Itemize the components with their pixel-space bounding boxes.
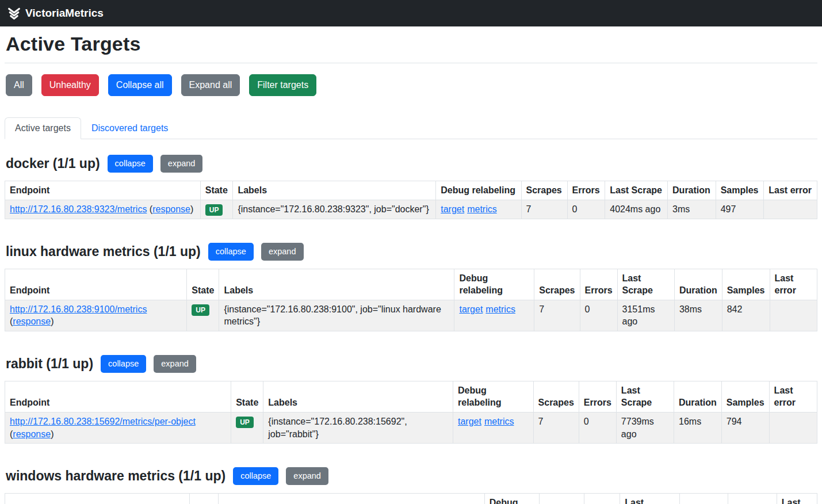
- col-endpoint: Endpoint: [5, 381, 231, 412]
- debug-target-link[interactable]: target: [441, 204, 464, 214]
- col-debug-relabeling: Debug relabeling: [453, 381, 534, 412]
- state-cell: UP: [187, 300, 219, 331]
- debug-metrics-link[interactable]: metrics: [484, 417, 514, 426]
- expand-button[interactable]: expand: [261, 243, 304, 261]
- job-section-linux-hardware-metrics: linux hardware metrics (1/1 up) collapse…: [5, 243, 817, 331]
- collapse-button[interactable]: collapse: [101, 355, 146, 373]
- table-header-row: Endpoint State Labels Debug relabeling S…: [5, 494, 817, 504]
- job-header: linux hardware metrics (1/1 up) collapse…: [6, 243, 816, 261]
- duration-cell: 16ms: [674, 413, 722, 444]
- debug-target-link[interactable]: target: [458, 417, 481, 426]
- col-labels: Labels: [233, 181, 436, 200]
- col-scrapes: Scrapes: [521, 181, 567, 200]
- state-cell: UP: [200, 200, 233, 219]
- table-row: http://172.16.80.238:15692/metrics/per-o…: [5, 413, 817, 444]
- duration-cell: 38ms: [674, 300, 722, 331]
- endpoint-cell: http://172.16.80.238:9323/metrics (respo…: [5, 200, 201, 219]
- col-last-scrape: Last Scrape: [617, 269, 674, 300]
- debug-relabeling-cell: targetmetrics: [436, 200, 521, 219]
- job-title: windows hardware metrics (1/1 up): [6, 468, 225, 484]
- page-title: Active Targets: [6, 33, 816, 55]
- job-section-docker: docker (1/1 up) collapse expand Endpoint…: [5, 155, 817, 219]
- debug-target-link[interactable]: target: [459, 304, 483, 314]
- tab-active-targets[interactable]: Active targets: [5, 117, 81, 139]
- col-scrapes: Scrapes: [533, 381, 579, 412]
- response-link[interactable]: response: [152, 204, 190, 214]
- endpoint-cell: http://172.16.80.238:9100/metrics (respo…: [5, 300, 187, 331]
- errors-cell: 0: [567, 200, 605, 219]
- last-error-cell: [770, 300, 817, 331]
- job-title: docker (1/1 up): [6, 156, 100, 171]
- endpoint-link[interactable]: http://172.16.80.238:9323/metrics: [10, 204, 147, 214]
- debug-relabeling-cell: targetmetrics: [453, 413, 534, 444]
- col-endpoint: Endpoint: [5, 269, 187, 300]
- col-last-scrape: Last Scrape: [605, 181, 668, 200]
- col-scrapes: Scrapes: [534, 269, 580, 300]
- col-labels: Labels: [263, 381, 453, 412]
- col-duration: Duration: [674, 381, 722, 412]
- unhealthy-button[interactable]: Unhealthy: [41, 74, 99, 96]
- scrapes-cell: 7: [534, 300, 580, 331]
- col-scrapes: Scrapes: [539, 494, 584, 504]
- targets-table: Endpoint State Labels Debug relabeling S…: [5, 381, 817, 444]
- collapse-button[interactable]: collapse: [208, 243, 254, 261]
- col-state: State: [231, 381, 263, 412]
- col-samples: Samples: [728, 494, 777, 504]
- col-debug-relabeling: Debug relabeling: [454, 269, 534, 300]
- collapse-button[interactable]: collapse: [233, 467, 278, 485]
- targets-table: Endpoint State Labels Debug relabeling S…: [5, 493, 817, 504]
- all-button[interactable]: All: [6, 74, 32, 96]
- table-row: http://172.16.80.238:9100/metrics (respo…: [5, 300, 817, 331]
- filter-toolbar: All Unhealthy Collapse all Expand all Fi…: [6, 74, 816, 96]
- last-error-cell: [764, 200, 817, 219]
- collapse-all-button[interactable]: Collapse all: [108, 74, 172, 96]
- col-last-error: Last error: [764, 181, 817, 200]
- filter-targets-button[interactable]: Filter targets: [249, 74, 316, 96]
- brand-link[interactable]: VictoriaMetrics: [7, 6, 104, 21]
- labels-cell: {instance="172.16.80.238:9323", job="doc…: [233, 200, 436, 219]
- debug-metrics-link[interactable]: metrics: [467, 204, 497, 214]
- col-errors: Errors: [584, 494, 620, 504]
- duration-cell: 3ms: [668, 200, 716, 219]
- title-divider: [5, 63, 817, 63]
- expand-button[interactable]: expand: [286, 467, 328, 485]
- job-title: rabbit (1/1 up): [6, 356, 93, 372]
- col-state: State: [187, 269, 219, 300]
- state-cell: UP: [231, 413, 263, 444]
- collapse-button[interactable]: collapse: [108, 155, 153, 173]
- col-last-scrape: Last Scrape: [620, 494, 680, 504]
- labels-cell: {instance="172.16.80.238:9100", job="lin…: [219, 300, 454, 331]
- endpoint-cell: http://172.16.80.238:15692/metrics/per-o…: [5, 413, 231, 444]
- col-duration: Duration: [668, 181, 716, 200]
- status-badge: UP: [205, 204, 223, 216]
- endpoint-link[interactable]: http://172.16.80.238:9100/metrics: [10, 304, 147, 314]
- response-link[interactable]: response: [13, 316, 51, 326]
- table-row: http://172.16.80.238:9323/metrics (respo…: [5, 200, 817, 219]
- col-last-error: Last error: [777, 494, 817, 504]
- job-header: docker (1/1 up) collapse expand: [6, 155, 816, 173]
- victoriametrics-logo-icon: [7, 6, 21, 21]
- samples-cell: 497: [716, 200, 764, 219]
- last-error-cell: [769, 413, 817, 444]
- paren-close: ): [190, 204, 193, 214]
- col-errors: Errors: [580, 269, 617, 300]
- col-errors: Errors: [579, 381, 616, 412]
- last-scrape-cell: 7739ms ago: [616, 413, 674, 444]
- tab-discovered-targets[interactable]: Discovered targets: [81, 117, 178, 139]
- expand-all-button[interactable]: Expand all: [181, 74, 240, 96]
- col-last-error: Last error: [770, 269, 817, 300]
- paren-close: ): [51, 316, 53, 326]
- samples-cell: 794: [721, 413, 769, 444]
- response-link[interactable]: response: [13, 429, 51, 439]
- debug-metrics-link[interactable]: metrics: [485, 304, 515, 314]
- top-navbar: VictoriaMetrics: [0, 0, 822, 26]
- col-debug-relabeling: Debug relabeling: [484, 494, 539, 504]
- expand-button[interactable]: expand: [154, 355, 196, 373]
- endpoint-link[interactable]: http://172.16.80.238:15692/metrics/per-o…: [10, 417, 196, 426]
- col-duration: Duration: [680, 494, 728, 504]
- expand-button[interactable]: expand: [160, 155, 203, 173]
- errors-cell: 0: [580, 300, 617, 331]
- job-section-rabbit: rabbit (1/1 up) collapse expand Endpoint…: [5, 355, 817, 444]
- status-badge: UP: [192, 304, 209, 316]
- targets-tabs: Active targets Discovered targets: [5, 117, 817, 139]
